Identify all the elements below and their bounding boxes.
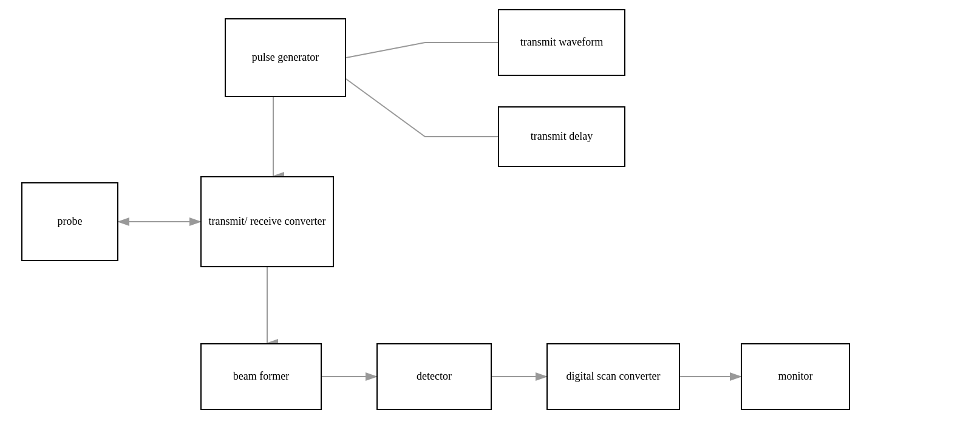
pulse-generator-label: pulse generator — [252, 50, 319, 64]
waveform-to-pulsegen-arrow — [346, 43, 498, 58]
monitor-label: monitor — [778, 369, 813, 383]
detector-label: detector — [417, 369, 452, 383]
beam-former-block: beam former — [200, 343, 322, 410]
transmit-receive-block: transmit/ receive converter — [200, 176, 334, 267]
transmit-delay-block: transmit delay — [498, 106, 625, 167]
digital-scan-label: digital scan converter — [567, 369, 661, 383]
probe-label: probe — [58, 214, 83, 228]
transmit-delay-label: transmit delay — [531, 129, 593, 143]
monitor-block: monitor — [741, 343, 850, 410]
transmit-waveform-label: transmit waveform — [520, 35, 603, 49]
diagram: pulse generator transmit waveform transm… — [0, 0, 980, 441]
digital-scan-block: digital scan converter — [546, 343, 680, 410]
probe-block: probe — [21, 182, 118, 261]
transmit-waveform-block: transmit waveform — [498, 9, 625, 76]
transmit-receive-label: transmit/ receive converter — [209, 214, 326, 228]
beam-former-label: beam former — [233, 369, 289, 383]
pulse-generator-block: pulse generator — [225, 18, 346, 97]
detector-block: detector — [376, 343, 492, 410]
delay-to-pulsegen-arrow — [346, 79, 498, 137]
